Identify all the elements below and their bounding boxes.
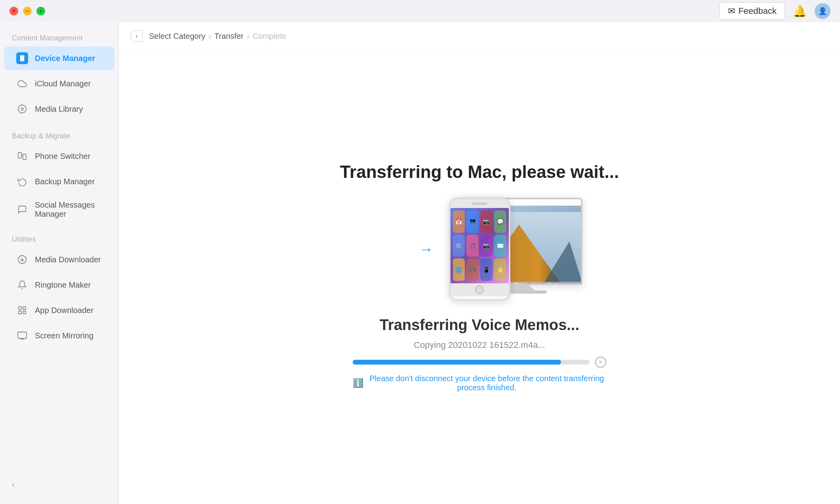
sidebar-item-label: Device Manager: [35, 54, 95, 63]
download-icon: [16, 253, 29, 266]
back-button[interactable]: ‹: [131, 30, 143, 42]
sidebar-item-backup-manager[interactable]: Backup Manager: [4, 170, 115, 193]
sidebar-item-screen-mirroring[interactable]: Screen Mirroring: [4, 324, 115, 347]
svg-rect-13: [23, 311, 26, 314]
app-icon: [16, 304, 29, 317]
section-label-utilities: Utilities: [0, 231, 118, 247]
sidebar-item-media-library[interactable]: Media Library: [4, 97, 115, 121]
cancel-icon: ×: [599, 359, 602, 366]
breadcrumb-step-2: Transfer: [214, 32, 244, 41]
breadcrumb-step-3: Complete: [252, 32, 286, 41]
breadcrumb: ‹ Select Category › Transfer › Complete: [119, 22, 840, 50]
sidebar-item-ringtone-maker[interactable]: Ringtone Maker: [4, 273, 115, 297]
sidebar-item-phone-switcher[interactable]: Phone Switcher: [4, 144, 115, 168]
svg-rect-11: [19, 307, 21, 309]
app-container: Content Management Device Manager iCloud…: [0, 22, 840, 504]
transfer-subtitle: Transferring Voice Memos...: [380, 317, 579, 334]
phone-speaker: [472, 202, 487, 205]
phone-top-bar: [451, 199, 509, 208]
avatar[interactable]: 👤: [815, 3, 830, 19]
sidebar-item-social-messages[interactable]: Social Messages Manager: [4, 195, 115, 224]
close-button[interactable]: [10, 7, 18, 15]
app-cell: 💬: [494, 210, 506, 233]
phone-swap-icon: [16, 150, 29, 162]
progress-section: Transferring Voice Memos... Copying 2020…: [353, 317, 606, 392]
app-cell: 📅: [453, 210, 465, 233]
progress-bar-track: [353, 360, 590, 365]
smartphone-icon: [19, 55, 26, 62]
sidebar-item-app-downloader[interactable]: App Downloader: [4, 298, 115, 322]
dock-icon: [533, 283, 539, 285]
transfer-title: Transferring to Mac, please wait...: [340, 162, 619, 182]
svg-rect-7: [18, 153, 21, 158]
sidebar-item-label: iCloud Manager: [35, 79, 91, 88]
sidebar: Content Management Device Manager iCloud…: [0, 22, 119, 504]
info-icon: ℹ️: [353, 378, 363, 388]
breadcrumb-sep-1: ›: [208, 32, 211, 41]
phone-bottom: [451, 283, 509, 296]
maximize-button[interactable]: +: [36, 7, 45, 15]
titlebar: + ✉ Feedback 🔔 👤: [0, 0, 840, 22]
app-cell: 🎵: [466, 235, 479, 257]
feedback-label: Feedback: [738, 6, 777, 16]
feedback-button[interactable]: ✉ Feedback: [720, 2, 785, 20]
transfer-arrow: →: [419, 241, 433, 258]
dock-icon: [547, 283, 552, 285]
titlebar-actions: ✉ Feedback 🔔 👤: [720, 2, 830, 20]
app-cell: 🎮: [466, 258, 479, 281]
sidebar-item-label: App Downloader: [35, 306, 94, 315]
warning-text: ℹ️ Please don't disconnect your device b…: [353, 374, 606, 392]
home-button: [475, 285, 484, 294]
minimize-button[interactable]: [23, 7, 32, 15]
sidebar-item-label: Screen Mirroring: [35, 331, 94, 340]
main-content: ‹ Select Category › Transfer › Complete …: [119, 22, 840, 504]
app-cell: ⭐: [494, 258, 506, 281]
sidebar-collapse-button[interactable]: ‹: [0, 473, 118, 496]
backup-icon: [16, 175, 29, 188]
sidebar-item-icloud-manager[interactable]: iCloud Manager: [4, 72, 115, 95]
sidebar-item-label: Backup Manager: [35, 177, 95, 186]
sidebar-item-label: Social Messages Manager: [35, 200, 103, 219]
dock-icon: [520, 283, 525, 285]
music-icon: [16, 103, 29, 115]
sidebar-item-label: Phone Switcher: [35, 152, 90, 161]
phone-illustration: 📅 🗺 📷 💬 ⚙️ 🎵 📷 ✉️ 🌐 🎮 📱 ⭐: [449, 198, 510, 301]
window-controls: +: [10, 7, 45, 15]
notification-icon[interactable]: 🔔: [793, 5, 807, 18]
svg-rect-8: [23, 154, 26, 160]
section-label-content: Content Management: [0, 30, 118, 46]
svg-rect-12: [23, 307, 26, 309]
dock-icon: [554, 283, 559, 285]
chevron-left-icon: ‹: [12, 479, 15, 490]
sidebar-item-device-manager[interactable]: Device Manager: [4, 46, 115, 70]
breadcrumb-step-1: Select Category: [149, 32, 205, 41]
mail-icon: ✉: [728, 6, 735, 16]
app-cell: 📱: [480, 258, 493, 281]
app-cell: ⚙️: [453, 235, 465, 257]
cancel-button[interactable]: ×: [595, 357, 606, 368]
svg-point-5: [18, 105, 26, 113]
app-cell: 🌐: [453, 258, 465, 281]
back-icon: ‹: [136, 32, 137, 40]
mirror-icon: [16, 329, 29, 342]
warning-message: Please don't disconnect your device befo…: [367, 374, 606, 392]
sidebar-item-label: Media Library: [35, 105, 83, 114]
sidebar-item-label: Ringtone Maker: [35, 281, 91, 290]
app-cell: ✉️: [494, 235, 506, 257]
sidebar-item-media-downloader[interactable]: Media Downloader: [4, 248, 115, 271]
progress-bar-container: ×: [353, 357, 606, 368]
app-cell: 🗺: [466, 210, 479, 233]
bell-icon: [16, 279, 29, 291]
dock-icon: [513, 283, 519, 285]
device-illustration: 📅 🗺 📷 💬 ⚙️ 🎵 📷 ✉️ 🌐 🎮 📱 ⭐: [361, 194, 598, 305]
svg-rect-15: [18, 332, 27, 338]
cloud-icon: [16, 77, 29, 90]
avatar-icon: 👤: [818, 7, 827, 15]
sidebar-item-label: Media Downloader: [35, 255, 101, 264]
app-cell: 📷: [480, 235, 493, 257]
device-icon: [16, 52, 29, 65]
svg-rect-14: [19, 311, 21, 314]
progress-bar-fill: [353, 360, 561, 365]
dock-icon: [540, 283, 546, 285]
svg-point-6: [21, 108, 23, 110]
